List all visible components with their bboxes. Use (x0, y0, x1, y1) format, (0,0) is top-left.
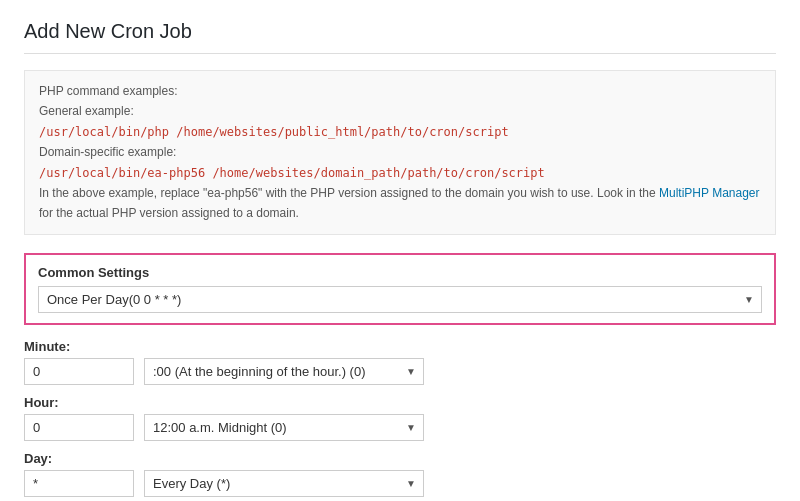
hour-inline: 12:00 a.m. Midnight (0) 1:00 a.m. (1) 2:… (24, 414, 776, 441)
hour-select-wrapper: 12:00 a.m. Midnight (0) 1:00 a.m. (1) 2:… (144, 414, 424, 441)
common-settings-select[interactable]: Once Per Day(0 0 * * *) Once Per Hour(0 … (38, 286, 762, 313)
day-input[interactable] (24, 470, 134, 497)
page-title: Add New Cron Job (24, 20, 776, 54)
multiphp-link[interactable]: MultiPHP Manager (659, 186, 760, 200)
minute-inline: :00 (At the beginning of the hour.) (0) … (24, 358, 776, 385)
domain-example-code: /usr/local/bin/ea-php56 /home/websites/d… (39, 166, 545, 180)
info-box: PHP command examples: General example: /… (24, 70, 776, 235)
hour-input[interactable] (24, 414, 134, 441)
page-wrapper: Add New Cron Job PHP command examples: G… (0, 0, 800, 501)
minute-select[interactable]: :00 (At the beginning of the hour.) (0) … (144, 358, 424, 385)
hour-select[interactable]: 12:00 a.m. Midnight (0) 1:00 a.m. (1) 2:… (144, 414, 424, 441)
minute-select-wrapper: :00 (At the beginning of the hour.) (0) … (144, 358, 424, 385)
minute-label: Minute: (24, 339, 776, 354)
minute-input[interactable] (24, 358, 134, 385)
day-select-wrapper: Every Day (*) 1st (1) 2nd (2) 15th (15) (144, 470, 424, 497)
hour-row: Hour: 12:00 a.m. Midnight (0) 1:00 a.m. … (24, 395, 776, 441)
note-after-link: for the actual PHP version assigned to a… (39, 206, 299, 220)
general-example-code: /usr/local/bin/php /home/websites/public… (39, 125, 509, 139)
day-label: Day: (24, 451, 776, 466)
hour-label: Hour: (24, 395, 776, 410)
day-inline: Every Day (*) 1st (1) 2nd (2) 15th (15) (24, 470, 776, 497)
domain-example-label: Domain-specific example: (39, 145, 176, 159)
minute-row: Minute: :00 (At the beginning of the hou… (24, 339, 776, 385)
common-settings-label: Common Settings (38, 265, 762, 280)
php-examples-label: PHP command examples: (39, 84, 178, 98)
common-settings-select-wrapper: Once Per Day(0 0 * * *) Once Per Hour(0 … (38, 286, 762, 313)
day-row: Day: Every Day (*) 1st (1) 2nd (2) 15th … (24, 451, 776, 497)
note-before-link: In the above example, replace "ea-php56"… (39, 186, 659, 200)
day-select[interactable]: Every Day (*) 1st (1) 2nd (2) 15th (15) (144, 470, 424, 497)
common-settings-section: Common Settings Once Per Day(0 0 * * *) … (24, 253, 776, 325)
general-example-label: General example: (39, 104, 134, 118)
